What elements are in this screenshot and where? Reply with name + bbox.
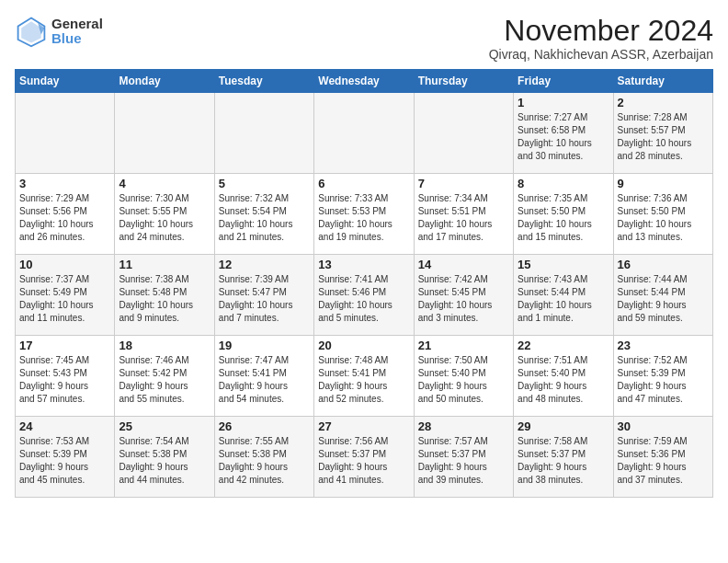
week-row: 17Sunrise: 7:45 AM Sunset: 5:43 PM Dayli… xyxy=(16,336,713,417)
day-number: 12 xyxy=(219,258,310,271)
day-info: Sunrise: 7:44 AM Sunset: 5:44 PM Dayligh… xyxy=(618,273,709,325)
calendar-cell: 10Sunrise: 7:37 AM Sunset: 5:49 PM Dayli… xyxy=(16,255,115,336)
day-info: Sunrise: 7:34 AM Sunset: 5:51 PM Dayligh… xyxy=(418,192,509,244)
header-sunday: Sunday xyxy=(16,70,115,93)
calendar-cell: 1Sunrise: 7:27 AM Sunset: 6:58 PM Daylig… xyxy=(514,93,613,174)
day-number: 21 xyxy=(418,339,509,352)
header-wednesday: Wednesday xyxy=(314,70,414,93)
day-number: 28 xyxy=(418,419,509,433)
calendar-cell xyxy=(414,93,513,174)
day-number: 24 xyxy=(19,419,110,433)
calendar-cell: 24Sunrise: 7:53 AM Sunset: 5:39 PM Dayli… xyxy=(16,417,115,498)
day-number: 17 xyxy=(19,339,110,352)
day-info: Sunrise: 7:33 AM Sunset: 5:53 PM Dayligh… xyxy=(318,192,409,244)
day-number: 16 xyxy=(618,258,709,271)
day-info: Sunrise: 7:30 AM Sunset: 5:55 PM Dayligh… xyxy=(119,192,210,244)
day-number: 10 xyxy=(19,258,110,271)
month-title: November 2024 xyxy=(489,15,713,47)
week-row: 10Sunrise: 7:37 AM Sunset: 5:49 PM Dayli… xyxy=(16,255,713,336)
calendar-body: 1Sunrise: 7:27 AM Sunset: 6:58 PM Daylig… xyxy=(16,93,713,498)
calendar-cell: 20Sunrise: 7:48 AM Sunset: 5:41 PM Dayli… xyxy=(314,336,414,417)
calendar-cell: 8Sunrise: 7:35 AM Sunset: 5:50 PM Daylig… xyxy=(514,174,613,255)
day-number: 20 xyxy=(318,339,409,352)
logo-text: General Blue xyxy=(51,17,103,47)
logo-icon xyxy=(15,15,48,48)
day-info: Sunrise: 7:57 AM Sunset: 5:37 PM Dayligh… xyxy=(418,435,509,487)
day-info: Sunrise: 7:52 AM Sunset: 5:39 PM Dayligh… xyxy=(618,354,709,406)
calendar-cell: 11Sunrise: 7:38 AM Sunset: 5:48 PM Dayli… xyxy=(115,255,214,336)
day-info: Sunrise: 7:58 AM Sunset: 5:37 PM Dayligh… xyxy=(518,435,609,487)
calendar-cell: 16Sunrise: 7:44 AM Sunset: 5:44 PM Dayli… xyxy=(613,255,712,336)
week-row: 3Sunrise: 7:29 AM Sunset: 5:56 PM Daylig… xyxy=(16,174,713,255)
calendar-cell: 17Sunrise: 7:45 AM Sunset: 5:43 PM Dayli… xyxy=(16,336,115,417)
day-info: Sunrise: 7:56 AM Sunset: 5:37 PM Dayligh… xyxy=(318,435,409,487)
calendar-cell xyxy=(115,93,214,174)
day-number: 22 xyxy=(518,339,609,352)
title-block: November 2024 Qivraq, Nakhichevan ASSR, … xyxy=(489,15,713,62)
calendar-cell: 9Sunrise: 7:36 AM Sunset: 5:50 PM Daylig… xyxy=(613,174,712,255)
day-info: Sunrise: 7:53 AM Sunset: 5:39 PM Dayligh… xyxy=(19,435,110,487)
header-thursday: Thursday xyxy=(414,70,513,93)
day-number: 5 xyxy=(219,177,310,190)
calendar-cell: 30Sunrise: 7:59 AM Sunset: 5:36 PM Dayli… xyxy=(613,417,712,498)
day-number: 11 xyxy=(119,258,210,271)
calendar-cell: 29Sunrise: 7:58 AM Sunset: 5:37 PM Dayli… xyxy=(514,417,613,498)
day-info: Sunrise: 7:54 AM Sunset: 5:38 PM Dayligh… xyxy=(119,435,210,487)
day-number: 6 xyxy=(318,177,409,190)
calendar-cell: 4Sunrise: 7:30 AM Sunset: 5:55 PM Daylig… xyxy=(115,174,214,255)
day-info: Sunrise: 7:41 AM Sunset: 5:46 PM Dayligh… xyxy=(318,273,409,325)
svg-marker-1 xyxy=(21,21,41,42)
day-number: 8 xyxy=(518,177,609,190)
calendar-cell: 13Sunrise: 7:41 AM Sunset: 5:46 PM Dayli… xyxy=(314,255,414,336)
calendar-cell xyxy=(314,93,414,174)
day-number: 3 xyxy=(19,177,110,190)
calendar-cell: 18Sunrise: 7:46 AM Sunset: 5:42 PM Dayli… xyxy=(115,336,214,417)
day-info: Sunrise: 7:39 AM Sunset: 5:47 PM Dayligh… xyxy=(219,273,310,325)
day-info: Sunrise: 7:35 AM Sunset: 5:50 PM Dayligh… xyxy=(518,192,609,244)
logo-general: General xyxy=(51,17,103,32)
day-number: 4 xyxy=(119,177,210,190)
day-info: Sunrise: 7:37 AM Sunset: 5:49 PM Dayligh… xyxy=(19,273,110,325)
day-info: Sunrise: 7:51 AM Sunset: 5:40 PM Dayligh… xyxy=(518,354,609,406)
calendar-cell: 27Sunrise: 7:56 AM Sunset: 5:37 PM Dayli… xyxy=(314,417,414,498)
calendar-cell: 26Sunrise: 7:55 AM Sunset: 5:38 PM Dayli… xyxy=(214,417,313,498)
calendar-cell: 7Sunrise: 7:34 AM Sunset: 5:51 PM Daylig… xyxy=(414,174,513,255)
day-number: 25 xyxy=(119,419,210,433)
day-number: 2 xyxy=(618,96,709,109)
calendar-cell xyxy=(214,93,313,174)
day-number: 7 xyxy=(418,177,509,190)
day-info: Sunrise: 7:38 AM Sunset: 5:48 PM Dayligh… xyxy=(119,273,210,325)
day-number: 30 xyxy=(618,419,709,433)
header-saturday: Saturday xyxy=(613,70,712,93)
day-info: Sunrise: 7:29 AM Sunset: 5:56 PM Dayligh… xyxy=(19,192,110,244)
calendar-cell: 3Sunrise: 7:29 AM Sunset: 5:56 PM Daylig… xyxy=(16,174,115,255)
calendar-header: Sunday Monday Tuesday Wednesday Thursday… xyxy=(16,70,713,93)
day-info: Sunrise: 7:27 AM Sunset: 6:58 PM Dayligh… xyxy=(518,111,609,163)
day-info: Sunrise: 7:28 AM Sunset: 5:57 PM Dayligh… xyxy=(618,111,709,163)
calendar-cell: 23Sunrise: 7:52 AM Sunset: 5:39 PM Dayli… xyxy=(613,336,712,417)
header-row: Sunday Monday Tuesday Wednesday Thursday… xyxy=(16,70,713,93)
day-number: 18 xyxy=(119,339,210,352)
calendar-cell: 25Sunrise: 7:54 AM Sunset: 5:38 PM Dayli… xyxy=(115,417,214,498)
day-info: Sunrise: 7:47 AM Sunset: 5:41 PM Dayligh… xyxy=(219,354,310,406)
header-friday: Friday xyxy=(514,70,613,93)
day-number: 15 xyxy=(518,258,609,271)
calendar-cell: 2Sunrise: 7:28 AM Sunset: 5:57 PM Daylig… xyxy=(613,93,712,174)
calendar-cell: 5Sunrise: 7:32 AM Sunset: 5:54 PM Daylig… xyxy=(214,174,313,255)
day-info: Sunrise: 7:36 AM Sunset: 5:50 PM Dayligh… xyxy=(618,192,709,244)
day-number: 9 xyxy=(618,177,709,190)
day-number: 1 xyxy=(518,96,609,109)
page-header: General Blue November 2024 Qivraq, Nakhi… xyxy=(15,15,713,62)
calendar-cell: 28Sunrise: 7:57 AM Sunset: 5:37 PM Dayli… xyxy=(414,417,513,498)
calendar-cell: 12Sunrise: 7:39 AM Sunset: 5:47 PM Dayli… xyxy=(214,255,313,336)
calendar-cell: 19Sunrise: 7:47 AM Sunset: 5:41 PM Dayli… xyxy=(214,336,313,417)
day-number: 26 xyxy=(219,419,310,433)
day-number: 13 xyxy=(318,258,409,271)
day-info: Sunrise: 7:43 AM Sunset: 5:44 PM Dayligh… xyxy=(518,273,609,325)
week-row: 1Sunrise: 7:27 AM Sunset: 6:58 PM Daylig… xyxy=(16,93,713,174)
logo: General Blue xyxy=(15,15,103,48)
day-number: 19 xyxy=(219,339,310,352)
day-number: 29 xyxy=(518,419,609,433)
day-number: 14 xyxy=(418,258,509,271)
calendar-cell: 14Sunrise: 7:42 AM Sunset: 5:45 PM Dayli… xyxy=(414,255,513,336)
